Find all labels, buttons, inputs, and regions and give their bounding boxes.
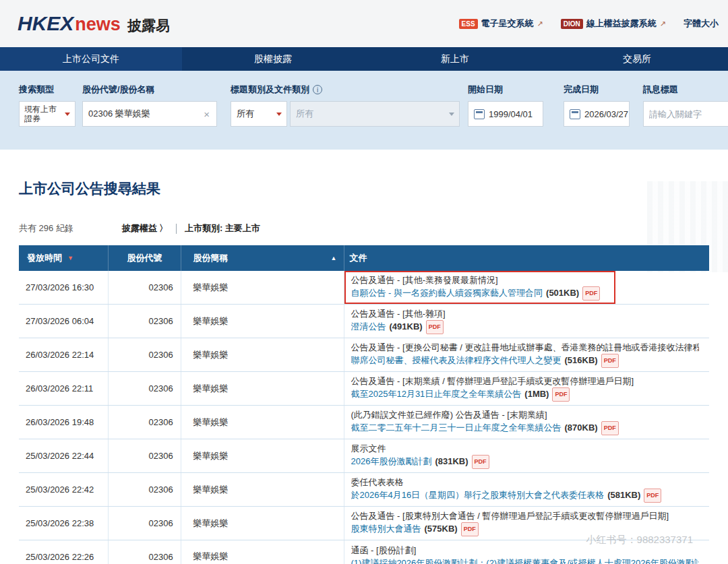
pdf-badge[interactable]: PDF bbox=[601, 354, 619, 368]
font-size-control[interactable]: 字體大小 bbox=[684, 18, 719, 30]
document-cell: 委任代表表格 於2026年4月16日（星期四）舉行之股東特別大會之代表委任表格(… bbox=[344, 473, 709, 507]
nav-label: 新上市 bbox=[441, 53, 469, 65]
stock-code: 02306 bbox=[108, 271, 181, 305]
start-date-input[interactable]: 1999/04/01 bbox=[468, 101, 543, 127]
nav-item-disclosure-of-interests[interactable]: 股權披露 bbox=[182, 47, 364, 71]
end-date-label: 完成日期 bbox=[564, 84, 636, 95]
external-link-icon: ↗ bbox=[660, 20, 666, 28]
document-link[interactable]: 截至二零二五年十二月三十一日止年度之全年業績公告 bbox=[351, 422, 562, 433]
document-box: 公告及通告 - [末期業績 / 暫停辦理過戶登記手續或更改暫停辦理過戶日期] 截… bbox=[344, 372, 641, 405]
end-date-input[interactable]: 2026/03/27 bbox=[564, 101, 630, 127]
document-size: (831KB) bbox=[435, 456, 468, 466]
external-link-icon: ↗ bbox=[537, 20, 543, 28]
document-size: (491KB) bbox=[390, 321, 423, 332]
document-box: 公告及通告 - [股東特別大會通告 / 暫停辦理過戶登記手續或更改暫停辦理過戶日… bbox=[344, 507, 676, 540]
dropdown-caret-icon bbox=[276, 113, 282, 116]
document-link[interactable]: 聯席公司秘書、授權代表及法律程序文件代理人之變更 bbox=[351, 355, 562, 365]
table-row: 26/03/2026 19:48 02306 樂華娛樂 (此乃錯誤文件並已經作廢… bbox=[19, 406, 709, 439]
info-icon[interactable]: i bbox=[313, 85, 322, 94]
document-size: (501KB) bbox=[546, 288, 579, 298]
document-box: 公告及通告 - [更換公司秘書 / 更改註冊地址或辦事處、香港業務的註冊地或香港… bbox=[344, 338, 706, 371]
chevron-right-icon: 〉 bbox=[159, 222, 168, 234]
stock-input[interactable]: 02306 樂華娛樂 × bbox=[82, 101, 217, 127]
release-time: 27/03/2026 06:04 bbox=[19, 305, 108, 338]
release-time: 27/03/2026 16:30 bbox=[19, 271, 108, 305]
document-link[interactable]: 截至2025年12月31日止年度之全年業績公告 bbox=[351, 389, 522, 399]
document-cell: (此乃錯誤文件並已經作廢) 公告及通告 - [末期業績] 截至二零二五年十二月三… bbox=[344, 406, 709, 439]
headline-type-select[interactable]: 所有 bbox=[231, 101, 287, 127]
pdf-badge[interactable]: PDF bbox=[582, 286, 600, 301]
document-cell: 公告及通告 - [末期業績 / 暫停辦理過戶登記手續或更改暫停辦理過戶日期] 截… bbox=[344, 372, 709, 406]
results-meta-row: 共有 296 紀錄 披露權益 〉 上市類別: 主要上市 bbox=[19, 222, 709, 234]
document-link[interactable]: 自願公告 - 與一名簽約藝人續簽獨家藝人管理合同 bbox=[351, 288, 543, 298]
nav-item-new-listings[interactable]: 新上市 bbox=[364, 47, 546, 71]
top-header: HKEX news 披露易 ESS 電子呈交系統 ↗ DION 線上權益披露系統… bbox=[0, 0, 728, 47]
search-type-group: 搜索類型 現有上市證券 bbox=[19, 84, 75, 150]
table-row: 26/03/2026 22:14 02306 樂華娛樂 公告及通告 - [更換公… bbox=[19, 338, 709, 372]
disclosure-of-interests-link[interactable]: 披露權益 bbox=[122, 222, 157, 234]
ess-label: 電子呈交系統 bbox=[481, 18, 534, 30]
column-header-documents[interactable]: 文件 bbox=[344, 245, 709, 271]
release-time: 25/03/2026 22:26 bbox=[19, 540, 108, 564]
headline-label: 標題類別及文件類別 i bbox=[231, 84, 460, 95]
release-time: 25/03/2026 22:44 bbox=[19, 439, 108, 473]
table-row: 25/03/2026 22:42 02306 樂華娛樂 委任代表表格 於2026… bbox=[19, 473, 709, 507]
column-header-stock-name[interactable]: 股份簡稱 ▲ bbox=[181, 245, 344, 271]
release-time: 26/03/2026 19:48 bbox=[19, 406, 108, 439]
logo-hkex-text: HKEX bbox=[18, 12, 73, 35]
headline-category-group: 標題類別及文件類別 i 所有 所有 bbox=[231, 84, 460, 150]
document-category: 公告及通告 - [末期業績 / 暫停辦理過戶登記手續或更改暫停辦理過戶日期] bbox=[351, 375, 634, 387]
document-box: (此乃錯誤文件並已經作廢) 公告及通告 - [末期業績] 截至二零二五年十二月三… bbox=[344, 406, 626, 439]
document-type-select[interactable]: 所有 bbox=[290, 101, 460, 127]
dion-link[interactable]: DION 線上權益披露系統 ↗ bbox=[561, 18, 666, 30]
ess-link[interactable]: ESS 電子呈交系統 ↗ bbox=[459, 18, 543, 30]
release-time: 26/03/2026 22:11 bbox=[19, 372, 108, 406]
document-link[interactable]: 澄清公告 bbox=[351, 321, 386, 332]
keyword-input[interactable] bbox=[643, 101, 728, 127]
document-link[interactable]: (1)建議採納2026年股份激勵計劃；(2)建議授權董事會及/或授權人士處理20… bbox=[351, 558, 699, 564]
clear-icon[interactable]: × bbox=[202, 108, 211, 120]
logo-chinese-text: 披露易 bbox=[127, 16, 170, 35]
document-size: (575KB) bbox=[425, 524, 458, 534]
page-title: 上市公司公告搜尋結果 bbox=[19, 179, 709, 198]
column-header-stock-code[interactable]: 股份代號 bbox=[108, 245, 181, 271]
search-filter-bar: 搜索類型 現有上市證券 股份代號/股份名稱 02306 樂華娛樂 × 標題類別及… bbox=[0, 71, 728, 150]
pdf-badge[interactable]: PDF bbox=[472, 455, 489, 469]
search-type-label: 搜索類型 bbox=[19, 84, 75, 95]
pdf-badge[interactable]: PDF bbox=[644, 489, 661, 503]
table-row: 25/03/2026 22:38 02306 樂華娛樂 公告及通告 - [股東特… bbox=[19, 507, 709, 540]
document-link[interactable]: 2026年股份激勵計劃 bbox=[351, 456, 432, 466]
header-label: 文件 bbox=[350, 252, 367, 264]
pdf-badge[interactable]: PDF bbox=[426, 320, 444, 334]
pdf-badge[interactable]: PDF bbox=[601, 421, 619, 435]
hkexnews-logo[interactable]: HKEX news 披露易 bbox=[18, 12, 170, 35]
table-row: 25/03/2026 22:44 02306 樂華娛樂 展示文件 2026年股份… bbox=[19, 439, 709, 473]
nav-item-listed-company-documents[interactable]: 上市公司文件 bbox=[0, 47, 182, 71]
document-size: (581KB) bbox=[607, 490, 640, 500]
document-category: (此乃錯誤文件並已經作廢) 公告及通告 - [末期業績] bbox=[351, 409, 619, 421]
search-type-select[interactable]: 現有上市證券 bbox=[19, 101, 75, 127]
pdf-badge[interactable]: PDF bbox=[461, 522, 479, 536]
stock-value: 02306 樂華娛樂 bbox=[88, 108, 150, 120]
calendar-icon[interactable] bbox=[474, 109, 485, 119]
dion-label: 線上權益披露系統 bbox=[586, 18, 657, 30]
nav-item-exchange[interactable]: 交易所 bbox=[546, 47, 728, 71]
column-header-release-time[interactable]: 發放時間 ▼ bbox=[19, 245, 108, 271]
divider bbox=[176, 224, 177, 234]
stock-code: 02306 bbox=[108, 540, 181, 564]
dion-badge: DION bbox=[561, 19, 583, 29]
release-time: 25/03/2026 22:38 bbox=[19, 507, 108, 540]
document-cell: 公告及通告 - [股東特別大會通告 / 暫停辦理過戶登記手續或更改暫停辦理過戶日… bbox=[344, 507, 709, 540]
pdf-badge[interactable]: PDF bbox=[552, 387, 570, 402]
keyword-group: 訊息標題 bbox=[643, 84, 728, 150]
document-link[interactable]: 於2026年4月16日（星期四）舉行之股東特別大會之代表委任表格 bbox=[351, 490, 605, 500]
document-cell: 展示文件 2026年股份激勵計劃(831KB)PDF bbox=[344, 439, 709, 473]
stock-code: 02306 bbox=[108, 473, 181, 507]
calendar-icon[interactable] bbox=[570, 109, 580, 119]
document-link[interactable]: 股東特別大會通告 bbox=[351, 524, 421, 534]
document-box: 展示文件 2026年股份激勵計劃(831KB)PDF bbox=[344, 439, 496, 472]
stock-name: 樂華娛樂 bbox=[181, 372, 344, 406]
document-category: 展示文件 bbox=[351, 443, 489, 455]
end-date-group: 完成日期 2026/03/27 bbox=[564, 84, 636, 150]
dropdown-caret-icon bbox=[65, 113, 70, 116]
